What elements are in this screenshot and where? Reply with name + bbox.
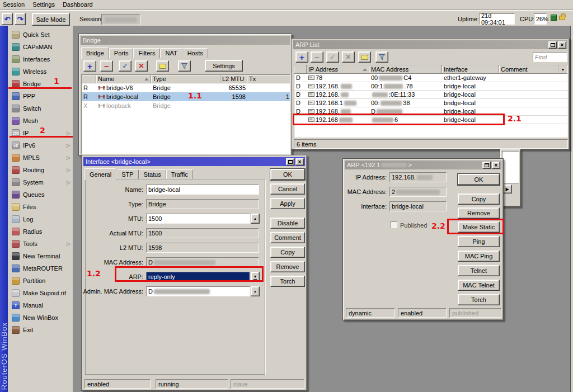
sidebar-item-system[interactable]: System▷ bbox=[8, 176, 73, 188]
telnet-button[interactable]: Telnet bbox=[458, 265, 500, 276]
arp-list-titlebar[interactable]: ARP List × bbox=[293, 40, 567, 49]
arp-filter-button[interactable] bbox=[375, 51, 388, 63]
session-field[interactable] bbox=[101, 14, 140, 25]
tab-stp[interactable]: STP bbox=[116, 169, 138, 180]
sidebar-item-interfaces[interactable]: Interfaces bbox=[8, 53, 73, 65]
enable-button[interactable]: ✓ bbox=[119, 60, 131, 72]
column-selector-button[interactable]: ▼ bbox=[558, 65, 567, 74]
arp-row-1[interactable]: D7800C4ether1-gateway bbox=[294, 74, 567, 82]
ok-button[interactable]: OK bbox=[458, 174, 500, 185]
tab-hosts[interactable]: Hosts bbox=[182, 48, 208, 58]
arp-row-2[interactable]: D192.168.00:1.78bridge-local bbox=[294, 82, 567, 91]
sidebar-item-radius[interactable]: Radius bbox=[8, 225, 73, 238]
sidebar-item-queues[interactable]: Queues bbox=[8, 188, 73, 201]
column-flags[interactable] bbox=[82, 75, 96, 83]
mtu-spin-up[interactable]: ▲ bbox=[251, 214, 260, 224]
close-button[interactable]: × bbox=[295, 158, 304, 166]
safe-mode-button[interactable]: Safe Mode bbox=[32, 13, 70, 26]
copy-button[interactable]: Copy bbox=[270, 247, 305, 258]
arp-disable-button[interactable]: ✕ bbox=[342, 51, 355, 63]
maximize-button[interactable] bbox=[548, 41, 557, 49]
filter-button[interactable] bbox=[178, 60, 191, 72]
column-flags[interactable] bbox=[294, 65, 307, 74]
sidebar-item-wireless[interactable]: Wireless bbox=[8, 65, 73, 78]
sidebar-item-routing[interactable]: Routing▷ bbox=[8, 164, 73, 176]
tab-filters[interactable]: Filters bbox=[133, 48, 160, 58]
tab-bridge[interactable]: Bridge bbox=[81, 47, 109, 59]
disable-button[interactable]: Disable bbox=[270, 218, 305, 229]
torch-button[interactable]: Torch bbox=[270, 276, 305, 287]
bridge-row-bridge-v6[interactable]: Rbridge-V6Bridge65535 bbox=[82, 83, 290, 92]
column-type[interactable]: Type bbox=[151, 75, 220, 83]
sidebar-item-ipv6[interactable]: v6IPv6▷ bbox=[8, 139, 73, 152]
sidebar-item-mpls[interactable]: MPLS▷ bbox=[8, 152, 73, 164]
redo-button[interactable]: ↷ bbox=[15, 13, 26, 25]
column-mac-address[interactable]: MAC Address bbox=[369, 65, 442, 74]
admin-mac-field[interactable]: D bbox=[146, 286, 250, 296]
sidebar-item-manual[interactable]: ?Manual bbox=[8, 299, 73, 311]
sidebar-item-switch[interactable]: Switch bbox=[8, 102, 73, 115]
bridge-row-bridge-local[interactable]: Rbridge-localBridge15981 bbox=[82, 92, 290, 101]
arp-comment-button[interactable] bbox=[358, 51, 371, 63]
bridge-row-loopback[interactable]: XloopbackBridge bbox=[82, 101, 290, 110]
column-interface[interactable]: Interface bbox=[442, 65, 499, 74]
sidebar-item-files[interactable]: Files bbox=[8, 201, 73, 213]
sidebar-item-mesh[interactable]: Mesh bbox=[8, 115, 73, 127]
add-button[interactable]: + bbox=[83, 60, 96, 72]
copy-button[interactable]: Copy bbox=[458, 193, 500, 205]
column-comment[interactable]: Comment bbox=[499, 65, 558, 74]
arp-entry-titlebar[interactable]: ARP <192.1> × bbox=[345, 160, 501, 169]
tab-nat[interactable]: NAT bbox=[160, 48, 182, 58]
mtu-field[interactable] bbox=[146, 214, 250, 224]
close-button[interactable]: × bbox=[558, 41, 566, 49]
sidebar-item-new-terminal[interactable]: New Terminal bbox=[8, 250, 73, 262]
comment-button[interactable] bbox=[156, 60, 169, 72]
apply-button[interactable]: Apply bbox=[270, 198, 305, 209]
arp-remove-button[interactable]: − bbox=[311, 51, 323, 63]
sidebar-item-exit[interactable]: Exit bbox=[8, 324, 73, 336]
tab-status[interactable]: Status bbox=[139, 169, 166, 180]
arp-add-button[interactable]: + bbox=[295, 51, 308, 63]
remove-button[interactable]: Remove bbox=[270, 261, 305, 272]
sidebar-item-make-supout-rif[interactable]: Make Supout.rif bbox=[8, 287, 73, 299]
tab-traffic[interactable]: Traffic bbox=[166, 169, 193, 180]
tab-ports[interactable]: Ports bbox=[109, 48, 134, 58]
arp-row-3[interactable]: D192.168.:0E:11:33bridge-local bbox=[294, 91, 567, 99]
menu-session[interactable]: Session bbox=[3, 1, 25, 10]
tab-general[interactable]: General bbox=[84, 168, 116, 180]
column-name[interactable]: Name bbox=[96, 75, 151, 83]
interface-dialog-titlebar[interactable]: Interface <bridge-local> × bbox=[83, 157, 305, 166]
maximize-button[interactable] bbox=[286, 158, 294, 166]
disable-button[interactable]: ✕ bbox=[135, 60, 148, 72]
find-input[interactable] bbox=[533, 52, 567, 62]
undo-button[interactable]: ↶ bbox=[2, 13, 13, 25]
remove-button[interactable]: − bbox=[100, 60, 113, 72]
sidebar-item-partition[interactable]: Partition bbox=[8, 275, 73, 287]
column-tx[interactable]: Tx bbox=[247, 75, 290, 83]
bridge-window-titlebar[interactable]: Bridge bbox=[81, 36, 290, 45]
comment-button[interactable]: Comment bbox=[270, 232, 305, 243]
sidebar-item-capsman[interactable]: CAPsMAN bbox=[8, 41, 73, 53]
mac-ping-button[interactable]: MAC Ping bbox=[458, 251, 500, 262]
sidebar-item-quick-set[interactable]: Quick Set bbox=[8, 29, 73, 41]
sidebar-item-ppp[interactable]: PPP bbox=[8, 90, 73, 102]
settings-button[interactable]: Settings bbox=[205, 60, 243, 72]
sidebar-item-log[interactable]: Log bbox=[8, 213, 73, 225]
arp-enable-button[interactable]: ✓ bbox=[326, 51, 339, 63]
ping-button[interactable]: Ping bbox=[458, 236, 500, 247]
sidebar-item-new-winbox[interactable]: New WinBox bbox=[8, 311, 73, 324]
column-ip-address[interactable]: IP Address bbox=[307, 65, 369, 74]
sidebar-item-metarouter[interactable]: MetaROUTER bbox=[8, 262, 73, 275]
column-l2mtu[interactable]: L2 MTU bbox=[220, 75, 247, 83]
cancel-button[interactable]: Cancel bbox=[270, 183, 305, 195]
admin-mac-spin-up[interactable]: ▲ bbox=[251, 286, 260, 296]
remove-button[interactable]: Remove bbox=[458, 207, 500, 219]
sidebar-item-tools[interactable]: Tools▷ bbox=[8, 238, 73, 250]
torch-button[interactable]: Torch bbox=[458, 294, 500, 305]
ok-button[interactable]: OK bbox=[270, 169, 305, 180]
name-field[interactable] bbox=[146, 185, 259, 195]
arp-row-4[interactable]: D192.168.100:38bridge-local bbox=[294, 99, 567, 107]
mac-telnet-button[interactable]: MAC Telnet bbox=[458, 280, 500, 291]
scroll-right-button[interactable]: ▶ bbox=[502, 185, 512, 193]
traffic-monitor-icon[interactable] bbox=[551, 15, 557, 21]
